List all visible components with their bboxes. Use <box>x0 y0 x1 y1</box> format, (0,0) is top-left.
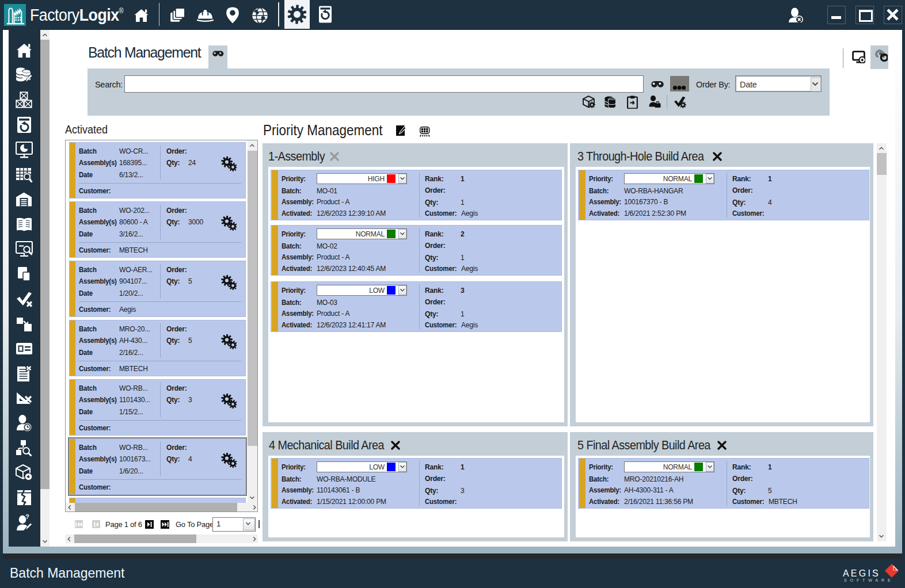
svg-text:?: ? <box>25 514 29 520</box>
